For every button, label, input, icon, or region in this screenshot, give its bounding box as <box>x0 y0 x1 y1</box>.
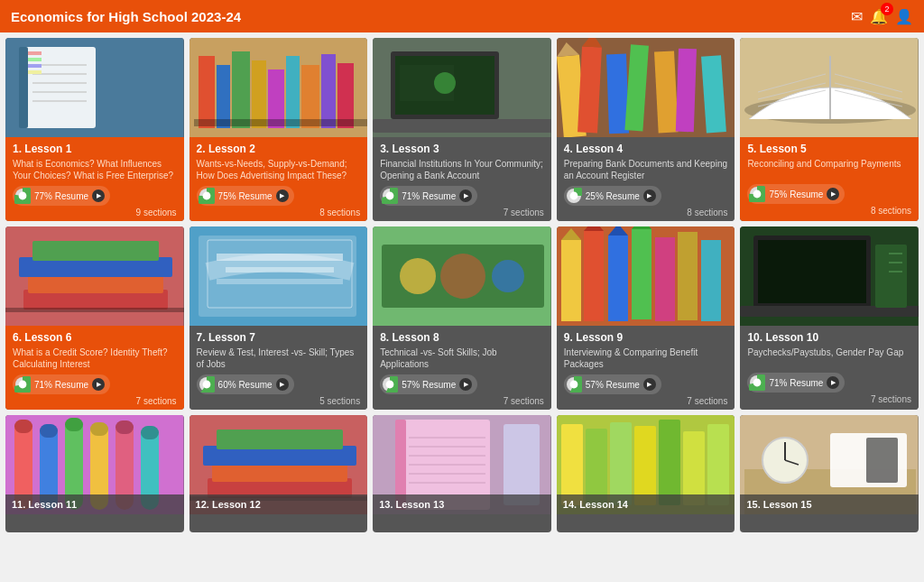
svg-point-70 <box>19 381 27 389</box>
progress-label: 71% Resume <box>402 191 456 201</box>
lesson-card-7[interactable]: 7. Lesson 7 Review & Test, Interest -vs-… <box>189 226 368 410</box>
svg-rect-18 <box>232 51 250 128</box>
sections-label: 5 sections <box>197 396 361 406</box>
play-btn[interactable]: ▶ <box>459 378 472 391</box>
svg-rect-123 <box>65 418 83 431</box>
lesson-card-13[interactable]: 13. Lesson 13 <box>373 415 551 532</box>
sections-label: 9 sections <box>13 208 177 217</box>
sections-label: 8 sections <box>197 208 361 217</box>
svg-rect-67 <box>5 308 184 312</box>
mail-icon[interactable]: ✉ <box>851 8 863 25</box>
progress-badge[interactable]: 77% Resume ▶ <box>13 186 110 206</box>
svg-rect-11 <box>28 70 42 74</box>
svg-rect-105 <box>758 240 866 303</box>
svg-rect-150 <box>707 424 729 505</box>
lesson-card-9[interactable]: 9. Lesson 9 Interviewing & Comparing Ben… <box>557 226 735 410</box>
progress-badge[interactable]: 25% Resume ▶ <box>564 186 661 206</box>
svg-point-113 <box>753 379 762 387</box>
progress-badge[interactable]: 57% Resume ▶ <box>564 374 661 394</box>
progress-label: 75% Resume <box>769 189 823 199</box>
lesson-thumbnail <box>373 38 551 137</box>
progress-badge[interactable]: 75% Resume ▶ <box>197 186 294 206</box>
lesson-thumbnail: 12. Lesson 12 <box>189 415 368 514</box>
svg-rect-121 <box>14 420 32 433</box>
lesson-thumbnail: 14. Lesson 14 <box>557 415 735 514</box>
play-btn[interactable]: ▶ <box>459 189 472 202</box>
play-btn[interactable]: ▶ <box>92 378 105 391</box>
svg-rect-16 <box>199 56 215 128</box>
svg-rect-21 <box>286 56 300 128</box>
svg-point-34 <box>434 72 456 94</box>
lesson-card-1[interactable]: 1. Lesson 1 What is Economics? What Infl… <box>5 38 184 221</box>
svg-rect-9 <box>28 58 42 61</box>
svg-rect-19 <box>252 60 266 128</box>
svg-rect-91 <box>608 236 628 321</box>
lesson-description: Paychecks/Paystubs, Gender Pay Gap <box>747 346 911 368</box>
lesson-card-15[interactable]: 15. Lesson 15 <box>740 415 919 532</box>
lesson-info: 4. Lesson 4 Preparing Bank Documents and… <box>557 137 735 221</box>
lesson-description: Wants-vs-Needs, Supply-vs-Demand; How Do… <box>197 158 361 181</box>
lesson-card-11[interactable]: 11. Lesson 11 <box>5 415 184 532</box>
play-btn[interactable]: ▶ <box>276 189 289 202</box>
lesson-thumbnail <box>740 38 919 137</box>
play-btn[interactable]: ▶ <box>827 376 839 389</box>
lesson-info: 7. Lesson 7 Review & Test, Interest -vs-… <box>189 326 368 410</box>
svg-rect-10 <box>28 64 42 68</box>
svg-rect-22 <box>301 65 319 128</box>
sections-label: 8 sections <box>564 208 728 217</box>
svg-point-50 <box>569 192 578 200</box>
play-btn[interactable]: ▶ <box>643 189 656 202</box>
progress-label: 60% Resume <box>218 380 273 390</box>
progress-label: 57% Resume <box>586 380 640 390</box>
progress-badge[interactable]: 71% Resume ▶ <box>747 373 845 393</box>
lesson-description: Interviewing & Comparing Benefit Package… <box>564 346 728 370</box>
progress-label: 77% Resume <box>34 191 88 201</box>
svg-rect-126 <box>141 426 159 439</box>
play-btn[interactable]: ▶ <box>276 378 289 391</box>
progress-row: 25% Resume ▶ <box>564 186 728 206</box>
lesson-title: 6. Lesson 6 <box>13 331 177 344</box>
lesson-card-4[interactable]: 4. Lesson 4 Preparing Bank Documents and… <box>557 38 735 221</box>
lesson-card-5[interactable]: 5. Lesson 5 Reconciling and Comparing Pa… <box>740 38 919 221</box>
user-icon[interactable]: 👤 <box>895 8 913 25</box>
progress-row: 71% Resume ▶ <box>380 186 544 206</box>
svg-point-102 <box>569 381 578 389</box>
lesson-card-8[interactable]: 8. Lesson 8 Technical -vs- Soft Skills; … <box>373 226 551 410</box>
progress-label: 25% Resume <box>586 191 640 201</box>
app-header: Economics for High School 2023-24 ✉ 🔔 2 … <box>0 0 924 32</box>
notification-badge: 2 <box>881 3 893 15</box>
svg-rect-32 <box>373 119 551 133</box>
lesson-info: 10. Lesson 10 Paychecks/Paystubs, Gender… <box>740 326 919 410</box>
sections-label: 7 sections <box>13 396 177 406</box>
svg-rect-8 <box>28 51 42 55</box>
play-btn[interactable]: ▶ <box>827 188 839 200</box>
progress-badge[interactable]: 71% Resume ▶ <box>380 186 477 206</box>
svg-rect-76 <box>217 279 343 284</box>
play-btn[interactable]: ▶ <box>643 378 656 391</box>
lesson-card-14[interactable]: 14. Lesson 14 <box>557 415 735 532</box>
svg-rect-66 <box>32 241 159 261</box>
svg-rect-122 <box>40 424 58 438</box>
svg-rect-125 <box>116 420 134 434</box>
lesson-card-3[interactable]: 3. Lesson 3 Financial Institutions In Yo… <box>373 38 551 221</box>
play-btn[interactable]: ▶ <box>92 189 105 202</box>
lesson-info: 2. Lesson 2 Wants-vs-Needs, Supply-vs-De… <box>189 137 368 221</box>
progress-row: 75% Resume ▶ <box>747 184 911 204</box>
lesson-card-6[interactable]: 6. Lesson 6 What is a Credit Score? Iden… <box>5 226 184 410</box>
lesson-card-2[interactable]: 2. Lesson 2 Wants-vs-Needs, Supply-vs-De… <box>189 38 368 221</box>
progress-badge[interactable]: 75% Resume ▶ <box>747 184 845 204</box>
progress-badge[interactable]: 60% Resume ▶ <box>197 374 294 394</box>
progress-badge[interactable]: 57% Resume ▶ <box>380 374 477 394</box>
progress-badge[interactable]: 71% Resume ▶ <box>13 374 110 394</box>
lesson-title: 4. Lesson 4 <box>564 143 728 155</box>
notification-icon[interactable]: 🔔 2 <box>870 8 888 25</box>
svg-rect-131 <box>217 430 343 449</box>
lesson-title: 3. Lesson 3 <box>380 143 544 155</box>
lesson-title-overlay: 13. Lesson 13 <box>373 494 551 514</box>
lesson-card-10[interactable]: 10. Lesson 10 Paychecks/Paystubs, Gender… <box>740 226 919 410</box>
lesson-title-overlay: 15. Lesson 15 <box>740 494 919 514</box>
svg-rect-148 <box>659 420 680 505</box>
lesson-grid: 1. Lesson 1 What is Economics? What Infl… <box>0 32 924 538</box>
lesson-card-12[interactable]: 12. Lesson 12 <box>189 415 368 532</box>
lesson-thumbnail <box>189 38 368 137</box>
